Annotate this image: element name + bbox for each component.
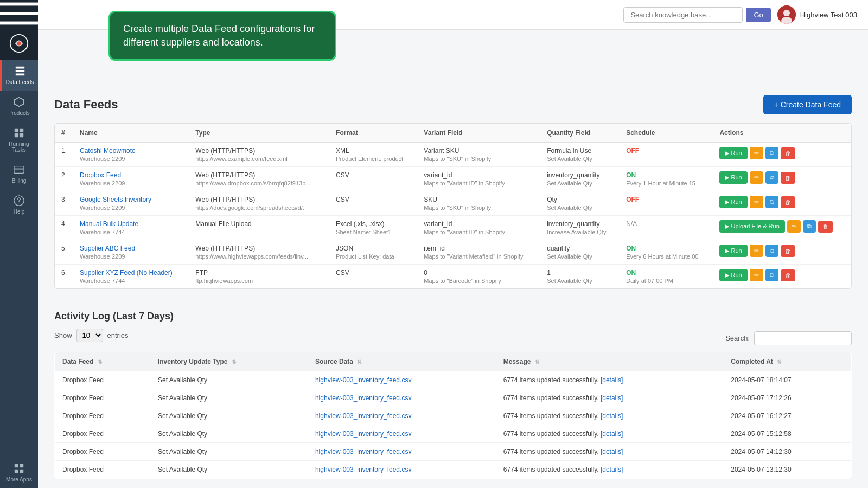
edit-button[interactable]: ✏ (787, 220, 801, 233)
feed-name-link[interactable]: Dropbox Feed (80, 171, 121, 179)
status-badge: ON (626, 245, 636, 252)
act-source: highview-003_inventory_feed.csv (308, 443, 496, 461)
actions-cell: ▶ Run✏⧉🗑 (713, 143, 851, 167)
copy-button[interactable]: ⧉ (765, 171, 778, 184)
table-row: 2. Dropbox Feed Warehouse 2209 Web (HTTP… (55, 167, 851, 191)
table-row: Dropbox Feed Set Available Qty highview-… (55, 371, 852, 389)
col-schedule: Schedule (620, 124, 713, 143)
sidebar-item-running-tasks[interactable]: Running Tasks (0, 121, 38, 158)
variant-field-cell: variant_id Maps to "Variant ID" in Shopi… (417, 167, 540, 191)
source-link[interactable]: highview-003_inventory_feed.csv (315, 466, 411, 473)
page-content: Create multiple Data Feed configurations… (38, 30, 868, 488)
row-num: 3. (55, 191, 73, 216)
entries-select[interactable]: 10 25 50 (76, 329, 103, 342)
row-num: 4. (55, 216, 73, 240)
feed-type-cell: Web (HTTP/HTTPS) https://www.dropbox.com… (189, 167, 329, 191)
table-row: 4. Manual Bulk Update Warehouse 7744 Man… (55, 216, 851, 240)
act-feed: Dropbox Feed (55, 407, 150, 425)
details-link[interactable]: [details] (601, 466, 623, 473)
delete-button[interactable]: 🗑 (781, 172, 795, 184)
page-title: Data Feeds (54, 98, 118, 112)
sidebar-item-products[interactable]: Products (0, 91, 38, 121)
copy-button[interactable]: ⧉ (765, 196, 778, 208)
copy-button[interactable]: ⧉ (803, 220, 816, 233)
show-label: Show (54, 331, 72, 339)
feed-name-link[interactable]: Catoshi Meowmoto (80, 147, 136, 155)
search-input[interactable] (623, 7, 743, 23)
delete-button[interactable]: 🗑 (781, 196, 795, 208)
user-profile[interactable]: Highview Test 003 (777, 5, 857, 24)
source-link[interactable]: highview-003_inventory_feed.csv (315, 394, 411, 402)
variant-sub: Maps to "Barcode" in Shopify (424, 278, 534, 284)
edit-button[interactable]: ✏ (750, 196, 763, 208)
feed-name-link[interactable]: Google Sheets Inventory (80, 196, 151, 203)
upload-run-button[interactable]: ▶ Upload File & Run (719, 220, 784, 233)
qty-sub: Set Available Qty (547, 204, 613, 211)
create-data-feed-button[interactable]: + Create Data Feed (763, 95, 852, 114)
copy-button[interactable]: ⧉ (765, 245, 778, 257)
edit-button[interactable]: ✏ (750, 171, 763, 184)
svg-rect-10 (15, 133, 18, 137)
act-feed: Dropbox Feed (55, 389, 150, 407)
col-quantity: Quantity Field (540, 124, 620, 143)
svg-rect-0 (0, 3, 38, 6)
variant-sub: Maps to "Variant Metafield" in Shopify (424, 253, 534, 260)
run-button[interactable]: ▶ Run (719, 171, 747, 184)
delete-button[interactable]: 🗑 (818, 221, 833, 233)
activity-search-input[interactable] (754, 331, 852, 345)
feed-name-link[interactable]: Supplier XYZ Feed (No Header) (80, 269, 173, 277)
details-link[interactable]: [details] (601, 448, 623, 455)
feed-name-link[interactable]: Supplier ABC Feed (80, 245, 135, 252)
sidebar-item-data-feeds[interactable]: Data Feeds (0, 60, 38, 91)
feed-name-link[interactable]: Manual Bulk Update (80, 220, 138, 228)
variant-field-cell: item_id Maps to "Variant Metafield" in S… (417, 240, 540, 265)
qty-field-cell: Formula In Use Set Available Qty (540, 143, 620, 167)
edit-button[interactable]: ✏ (750, 245, 763, 257)
svg-rect-5 (15, 67, 24, 69)
sidebar-item-billing[interactable]: Billing (0, 158, 38, 189)
run-button[interactable]: ▶ Run (719, 147, 747, 159)
warehouse-label: Warehouse 7744 (80, 229, 182, 235)
qty-sub: Set Available Qty (547, 253, 613, 260)
row-num: 6. (55, 265, 73, 289)
activity-log-table: Data Feed ⇅ Inventory Update Type ⇅ Sour… (54, 352, 852, 479)
format-sub: Sheet Name: Sheet1 (336, 229, 411, 235)
run-button[interactable]: ▶ Run (719, 196, 747, 208)
qty-field-cell: inventory_quantity Increase Available Qt… (540, 216, 620, 240)
source-link[interactable]: highview-003_inventory_feed.csv (315, 376, 411, 384)
data-feeds-table: # Name Type Format Variant Field Quantit… (55, 124, 851, 288)
delete-button[interactable]: 🗑 (781, 245, 795, 257)
sidebar-item-help[interactable]: Help (0, 189, 38, 220)
variant-field-cell: Variant SKU Maps to "SKU" in Shopify (417, 143, 540, 167)
act-feed: Dropbox Feed (55, 461, 150, 479)
act-message: 6774 items updated successfully. [detail… (496, 425, 724, 443)
act-completed: 2024-05-07 14:12:30 (723, 443, 851, 461)
source-link[interactable]: highview-003_inventory_feed.csv (315, 430, 411, 438)
hamburger-button[interactable] (0, 0, 38, 27)
copy-button[interactable]: ⧉ (765, 147, 778, 159)
source-link[interactable]: highview-003_inventory_feed.csv (315, 412, 411, 420)
act-source: highview-003_inventory_feed.csv (308, 389, 496, 407)
delete-button[interactable]: 🗑 (781, 269, 795, 281)
details-link[interactable]: [details] (601, 430, 623, 438)
svg-rect-2 (0, 22, 38, 25)
feed-format-cell: XML Product Element: product (329, 143, 417, 167)
act-update-type: Set Available Qty (150, 443, 308, 461)
act-source: highview-003_inventory_feed.csv (308, 461, 496, 479)
actions-cell: ▶ Upload File & Run✏⧉🗑 (713, 216, 851, 240)
source-link[interactable]: highview-003_inventory_feed.csv (315, 448, 411, 455)
details-link[interactable]: [details] (601, 394, 623, 402)
search-go-button[interactable]: Go (746, 8, 770, 22)
edit-button[interactable]: ✏ (750, 269, 763, 281)
act-update-type: Set Available Qty (150, 425, 308, 443)
details-link[interactable]: [details] (601, 412, 623, 420)
edit-button[interactable]: ✏ (750, 147, 763, 159)
details-link[interactable]: [details] (601, 376, 623, 384)
status-badge: OFF (626, 147, 639, 155)
delete-button[interactable]: 🗑 (781, 147, 795, 159)
sidebar-item-more-apps[interactable]: More Apps (0, 457, 38, 488)
app-logo[interactable] (0, 27, 38, 60)
copy-button[interactable]: ⧉ (765, 269, 778, 281)
run-button[interactable]: ▶ Run (719, 245, 747, 257)
run-button[interactable]: ▶ Run (719, 269, 747, 281)
